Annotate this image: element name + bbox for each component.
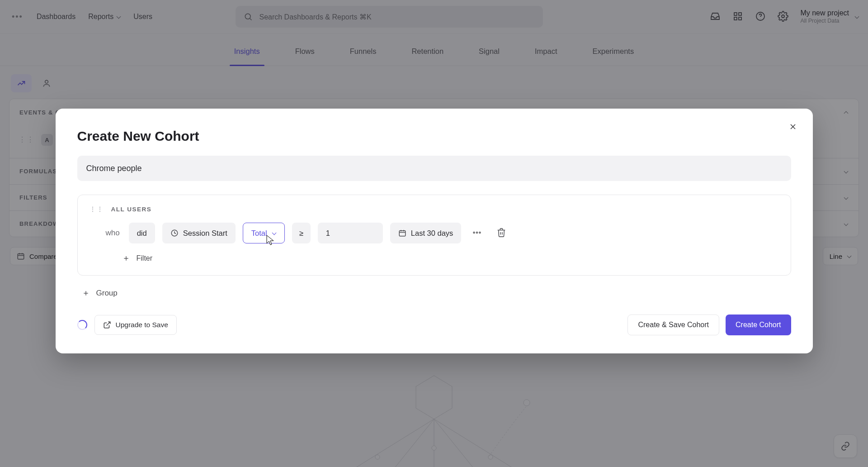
add-group-label: Group [96,289,118,298]
upgrade-to-save-button[interactable]: Upgrade to Save [94,315,177,335]
loading-spinner-icon [77,320,87,330]
svg-point-34 [476,232,478,233]
add-filter-label: Filter [137,254,153,262]
calendar-icon [398,229,406,237]
drag-handle-icon[interactable]: ⋮⋮ [90,207,104,211]
event-label: Session Start [183,229,227,238]
add-group-button[interactable]: Group [81,288,791,298]
svg-rect-29 [399,231,406,236]
chevron-down-icon [272,231,276,235]
who-label: who [106,229,122,238]
delete-row-button[interactable] [493,228,510,239]
aggregation-label: Total [251,229,267,238]
date-range-label: Last 30 days [411,229,453,238]
count-input[interactable]: 1 [318,223,383,243]
external-link-icon [103,321,111,329]
create-save-cohort-button[interactable]: Create & Save Cohort [627,315,719,335]
all-users-label: ALL USERS [111,206,152,213]
cohort-name-input[interactable] [77,156,791,181]
modal-title: Create New Cohort [77,129,791,144]
upgrade-label: Upgrade to Save [116,321,168,329]
create-cohort-button[interactable]: Create Cohort [726,315,791,335]
svg-line-40 [106,322,110,325]
more-options-button[interactable] [468,228,486,239]
cohort-definition-box: ⋮⋮ ALL USERS who did Session Start Total… [77,195,791,276]
did-chip[interactable]: did [129,223,155,243]
date-range-chip[interactable]: Last 30 days [390,223,462,243]
clock-icon [170,229,179,237]
add-filter-button[interactable]: Filter [121,253,779,263]
create-cohort-modal: Create New Cohort ⋮⋮ ALL USERS who did S… [56,109,813,353]
modal-close-button[interactable] [787,120,799,133]
svg-point-35 [479,232,481,233]
svg-point-33 [473,232,475,233]
plus-icon [121,253,131,263]
operator-chip[interactable]: ≥ [292,223,311,243]
plus-icon [81,288,91,298]
event-chip[interactable]: Session Start [162,223,236,243]
aggregation-chip[interactable]: Total [243,223,285,243]
modal-overlay[interactable]: Create New Cohort ⋮⋮ ALL USERS who did S… [0,0,868,467]
